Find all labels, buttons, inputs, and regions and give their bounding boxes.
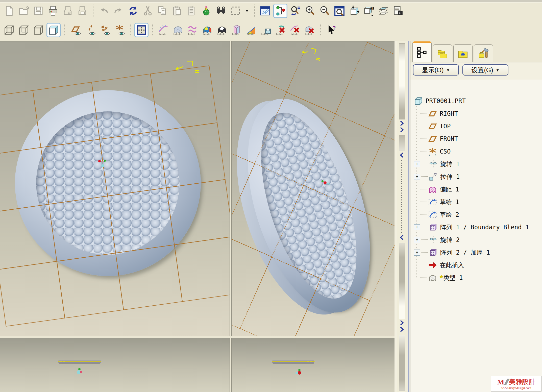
tree-item[interactable]: 草绘 2 — [410, 208, 542, 221]
delete-all-analyses-button[interactable] — [274, 23, 287, 37]
reflection-analysis-button[interactable] — [215, 23, 229, 37]
tree-item[interactable]: +阵列 1 / Boundary Blend 1 — [410, 221, 542, 234]
tree-item[interactable]: 偏距 1 — [410, 183, 542, 196]
annotations-button[interactable]: AB — [362, 4, 375, 17]
sash-grip[interactable] — [399, 243, 405, 319]
folder-browser-tab[interactable] — [433, 44, 452, 62]
hidden-line-button[interactable] — [17, 23, 30, 37]
tree-item[interactable]: RIGHT — [410, 107, 542, 120]
sash-arrow-right-icon[interactable] — [400, 120, 404, 126]
tree-item[interactable]: +拉伸 1 — [410, 170, 542, 183]
viewport-bottom-right[interactable] — [231, 338, 395, 392]
draft-check-button[interactable] — [245, 23, 258, 37]
settings-dropdown-button[interactable]: 设置(G) ▼ — [462, 64, 508, 76]
render-window-button[interactable] — [259, 4, 272, 17]
grid-cell — [40, 139, 108, 205]
connections-tab[interactable] — [474, 44, 493, 62]
tree-item[interactable]: TOP — [410, 120, 542, 133]
datum-axes-toggle[interactable] — [84, 23, 97, 37]
curves-analysis-button[interactable] — [186, 23, 199, 37]
view-manager-button[interactable] — [391, 4, 405, 17]
undo-button[interactable] — [97, 4, 110, 17]
sash-arrow-left-icon[interactable] — [400, 235, 404, 240]
new-file-button[interactable] — [3, 4, 16, 17]
save-file-button[interactable] — [32, 4, 45, 17]
tree-expand-button[interactable]: + — [414, 237, 420, 243]
print-button[interactable] — [46, 4, 60, 17]
settings-button-label: 设置(G) — [472, 66, 493, 74]
favorites-tab[interactable] — [453, 44, 473, 62]
find-button[interactable] — [214, 4, 228, 17]
marker-pink-dot — [80, 371, 82, 373]
datum-points-toggle[interactable] — [98, 23, 111, 37]
sash-grip[interactable] — [399, 335, 405, 391]
cut-button[interactable] — [141, 4, 154, 17]
model-tree-toggle-button[interactable] — [273, 4, 287, 18]
select-mode-dropdown[interactable] — [244, 4, 250, 17]
viewport-top-left[interactable]: H — [0, 41, 230, 336]
tree-item[interactable]: +旋转 2 — [410, 234, 542, 246]
backup-button[interactable] — [76, 4, 89, 17]
sash-grip[interactable] — [399, 135, 405, 151]
tree-item[interactable]: *类型 1 — [410, 272, 542, 284]
delete-surface-analysis-button[interactable] — [303, 23, 316, 37]
tree-expand-button[interactable]: + — [414, 161, 420, 167]
tree-item-label: 旋转 1 — [440, 160, 460, 168]
tree-item[interactable]: xzCSO — [410, 145, 542, 158]
tree-item[interactable]: +旋转 1 — [410, 158, 542, 170]
tree-expand-button[interactable]: + — [414, 250, 420, 256]
wireframe-button[interactable] — [3, 23, 16, 37]
toolbar-view: ? — [0, 22, 338, 38]
sash-grip[interactable] — [399, 43, 405, 119]
datum-planes-toggle[interactable] — [69, 23, 82, 37]
open-file-button[interactable] — [17, 4, 30, 17]
viewport-bottom-left[interactable] — [0, 338, 230, 392]
zoom-out-button[interactable] — [318, 4, 331, 17]
context-help-button[interactable]: ? — [325, 23, 338, 37]
curvature-analysis-button[interactable] — [157, 23, 170, 37]
tree-item[interactable]: +阵列 2 / 加厚 1 — [410, 246, 542, 259]
show-dropdown-button[interactable]: 显示(O) ▼ — [413, 64, 459, 76]
shaded-button[interactable] — [46, 23, 61, 37]
copy-button[interactable] — [156, 4, 169, 17]
navigator-sash[interactable] — [395, 41, 410, 392]
no-hidden-button[interactable] — [32, 23, 45, 37]
layers-button[interactable] — [377, 4, 390, 17]
model-tree-tab[interactable] — [412, 41, 432, 62]
reorient-button[interactable] — [348, 4, 361, 17]
tree-item[interactable]: PRT0001.PRT — [410, 95, 542, 107]
tree-item[interactable]: 在此插入 — [410, 259, 542, 272]
select-box-button[interactable] — [229, 4, 242, 17]
refit-button[interactable] — [333, 4, 346, 17]
paste-special-button[interactable] — [185, 4, 198, 17]
sash-arrow-left-icon[interactable] — [400, 152, 404, 158]
model-player-button[interactable] — [200, 4, 213, 17]
grid-cell — [107, 187, 175, 253]
surface-analysis-button[interactable] — [171, 23, 185, 37]
search-options-button[interactable] — [289, 4, 302, 17]
sash-dotted-track — [401, 160, 402, 233]
save-a-copy-button[interactable] — [61, 4, 74, 17]
sash-arrow-right-icon[interactable] — [400, 320, 404, 326]
viewport-top-right[interactable]: H — [231, 41, 395, 336]
tree-item[interactable]: 草绘 1 — [410, 196, 542, 208]
delete-curvature-button[interactable] — [289, 23, 302, 37]
tree-expand-button[interactable]: + — [414, 224, 420, 230]
spin-center-toggle[interactable] — [134, 23, 149, 37]
saved-analyses-button[interactable] — [259, 23, 273, 37]
zoom-in-button[interactable] — [304, 4, 317, 17]
datum-csys-toggle[interactable] — [113, 23, 126, 37]
redo-button[interactable] — [112, 4, 125, 17]
sash-arrow-right-icon[interactable] — [400, 327, 404, 332]
regenerate-button[interactable] — [127, 4, 140, 17]
shaded-curvature-button[interactable] — [201, 23, 214, 37]
paste-button[interactable] — [170, 4, 184, 17]
tree-item[interactable]: FRONT — [410, 133, 542, 145]
tree-connector — [421, 176, 428, 177]
marker-red-line — [100, 161, 105, 161]
section-analysis-button[interactable] — [230, 23, 243, 37]
grid-cell — [33, 82, 100, 148]
sash-arrow-right-icon[interactable] — [400, 127, 404, 133]
tree-expand-button[interactable]: + — [414, 174, 420, 180]
part-icon — [414, 96, 423, 106]
